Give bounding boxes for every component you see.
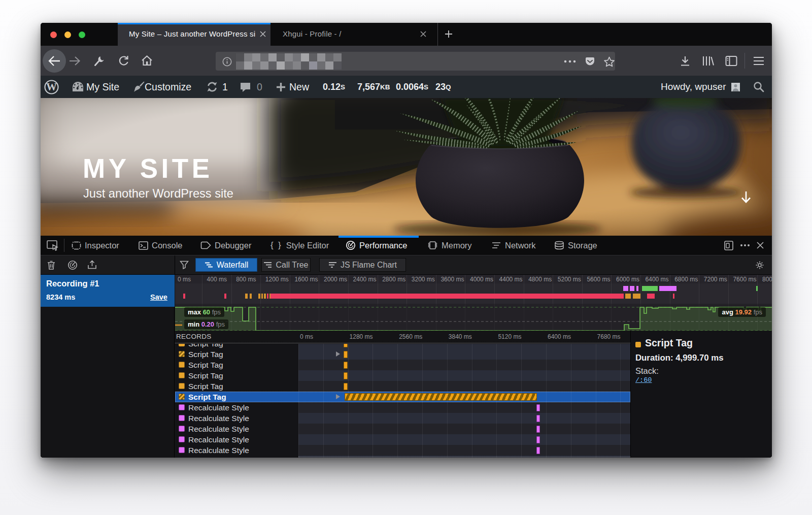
svg-text:MY SITE: MY SITE — [83, 153, 213, 183]
svg-text:Just another WordPress site: Just another WordPress site — [83, 187, 233, 200]
svg-text:W: W — [46, 81, 57, 93]
